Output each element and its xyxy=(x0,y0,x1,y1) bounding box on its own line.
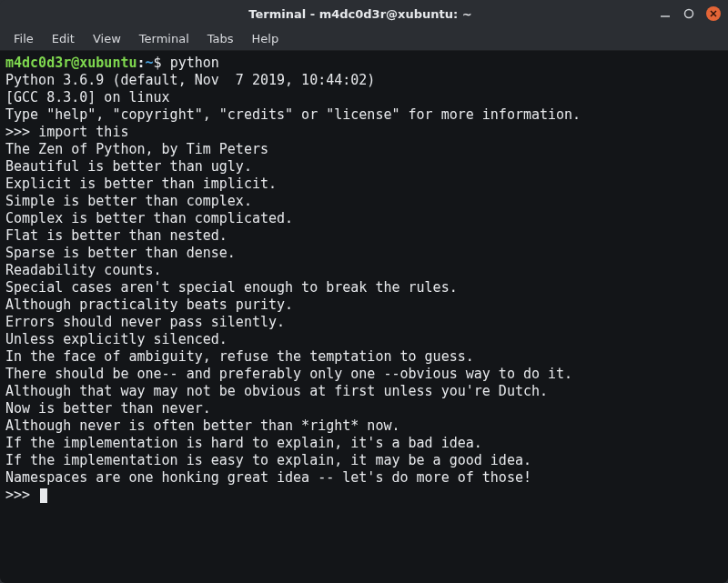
prompt-dollar: $ xyxy=(154,55,162,71)
menu-help[interactable]: Help xyxy=(244,29,288,48)
menu-edit[interactable]: Edit xyxy=(44,29,83,48)
output-line: Complex is better than complicated. xyxy=(5,210,723,227)
repl-line: >>> import this xyxy=(5,124,723,141)
output-line: In the face of ambiguity, refuse the tem… xyxy=(5,348,723,366)
repl-prompt: >>> xyxy=(5,487,38,503)
output-line: Readability counts. xyxy=(5,262,723,279)
menu-tabs[interactable]: Tabs xyxy=(199,29,242,48)
output-line: Although that way may not be obvious at … xyxy=(5,383,723,400)
prompt-path: ~ xyxy=(146,55,154,71)
maximize-icon xyxy=(682,7,695,20)
output-line: Now is better than never. xyxy=(5,400,723,417)
output-line: If the implementation is easy to explain… xyxy=(5,452,723,469)
output-line: Unless explicitly silenced. xyxy=(5,331,723,348)
prompt-colon: : xyxy=(137,55,146,71)
maximize-button[interactable] xyxy=(682,7,695,20)
shell-line: m4dc0d3r@xubuntu:~$ python xyxy=(5,55,723,72)
terminal-viewport[interactable]: m4dc0d3r@xubuntu:~$ pythonPython 3.6.9 (… xyxy=(0,51,728,583)
menubar: File Edit View Terminal Tabs Help xyxy=(0,27,728,51)
output-line: Type "help", "copyright", "credits" or "… xyxy=(5,106,723,124)
cursor xyxy=(40,488,47,503)
output-line: Although never is often better than *rig… xyxy=(5,417,723,435)
command-text: import this xyxy=(38,124,128,140)
output-line: Special cases aren't special enough to b… xyxy=(5,279,723,297)
output-line: Flat is better than nested. xyxy=(5,227,723,245)
window-titlebar: Terminal - m4dc0d3r@xubuntu: ~ xyxy=(0,0,728,27)
command-text: python xyxy=(170,55,219,71)
output-line: Namespaces are one honking great idea --… xyxy=(5,469,723,487)
output-line: Errors should never pass silently. xyxy=(5,314,723,331)
window-title: Terminal - m4dc0d3r@xubuntu: ~ xyxy=(62,7,659,21)
output-line: There should be one-- and preferably onl… xyxy=(5,366,723,383)
output-line: Sparse is better than dense. xyxy=(5,245,723,262)
minimize-icon xyxy=(659,7,672,20)
output-line: [GCC 8.3.0] on linux xyxy=(5,89,723,106)
output-line: The Zen of Python, by Tim Peters xyxy=(5,141,723,158)
menu-terminal[interactable]: Terminal xyxy=(131,29,197,48)
svg-point-1 xyxy=(685,10,693,18)
prompt-user-host: m4dc0d3r@xubuntu xyxy=(5,55,137,71)
window-controls xyxy=(659,6,721,21)
menu-file[interactable]: File xyxy=(5,29,42,48)
minimize-button[interactable] xyxy=(659,7,672,20)
repl-line: >>> xyxy=(5,487,723,504)
output-line: Simple is better than complex. xyxy=(5,193,723,210)
repl-prompt: >>> xyxy=(5,124,38,140)
output-line: Although practicality beats purity. xyxy=(5,297,723,314)
output-line: If the implementation is hard to explain… xyxy=(5,435,723,452)
close-button[interactable] xyxy=(706,6,721,21)
output-line: Explicit is better than implicit. xyxy=(5,176,723,193)
output-line: Python 3.6.9 (default, Nov 7 2019, 10:44… xyxy=(5,72,723,89)
menu-view[interactable]: View xyxy=(85,29,129,48)
close-icon xyxy=(710,10,717,17)
output-line: Beautiful is better than ugly. xyxy=(5,158,723,176)
